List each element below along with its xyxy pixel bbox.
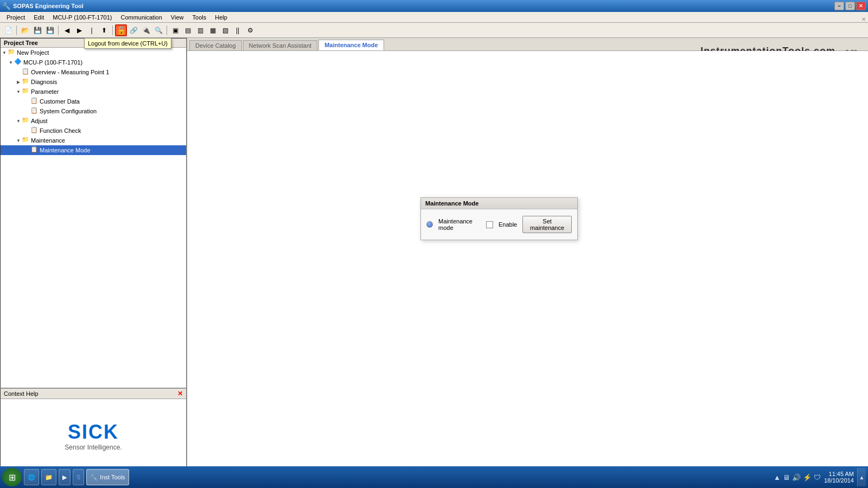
logout-button[interactable]: 🔓 (115, 24, 127, 36)
save-all-button[interactable]: 💾 (44, 24, 56, 36)
ie-icon: 🌐 (28, 474, 35, 481)
minimize-button[interactable]: − (834, 2, 844, 10)
tab-network-scan[interactable]: Network Scan Assistant (243, 40, 318, 50)
tree-parameter[interactable]: ▼ 📁 Parameter (1, 87, 186, 97)
customer-icon: 📋 (30, 97, 39, 106)
tray-icon-1: ▲ (774, 473, 781, 481)
sysconfig-icon: 📋 (30, 107, 39, 115)
separator-btn[interactable]: | (86, 24, 98, 36)
new-button[interactable]: 📄 (2, 24, 14, 36)
menu-communication[interactable]: Communication (116, 13, 166, 22)
taskbar-media-button[interactable]: ▶ (59, 469, 71, 485)
layout4-button[interactable]: ▦ (207, 24, 219, 36)
tray-security-icon: 🛡 (814, 473, 821, 481)
taskbar-ie-button[interactable]: 🌐 (24, 469, 39, 485)
taskbar-blue-button[interactable]: S (73, 469, 84, 485)
taskbar-app-button[interactable]: 🔧 Inst Tools (86, 469, 129, 485)
layout1-button[interactable]: ▣ (169, 24, 181, 36)
toolbar: 📄 📂 💾 💾 ◀ ▶ | ⬆ 🔓 🔗 🔌 🔍 ▣ ▤ ▥ ▦ ▧ || ⚙ L… (0, 23, 868, 38)
parameter-expand: ▼ (16, 89, 21, 94)
adjust-expand: ▼ (16, 119, 21, 124)
clock-time: 11:45 AM (824, 471, 854, 477)
save-button[interactable]: 💾 (31, 24, 43, 36)
context-help-title: Context Help (4, 390, 39, 397)
main-layout: Project Tree ▼ 📁 New Project ▼ 🔷 MCU-P (… (0, 38, 868, 475)
start-button[interactable]: ⊞ (2, 468, 22, 486)
upload-button[interactable]: ⬆ (98, 24, 110, 36)
search-button[interactable]: 🔍 (152, 24, 164, 36)
menu-tools[interactable]: Tools (188, 13, 211, 22)
menu-view[interactable]: View (167, 13, 188, 22)
maintenance-radio[interactable] (426, 221, 433, 228)
adjust-icon: 📁 (21, 117, 30, 125)
open-button[interactable]: 📂 (19, 24, 31, 36)
tree-customer-data[interactable]: 📋 Customer Data (1, 97, 186, 106)
tray-network-icon: 🖥 (783, 473, 790, 481)
tree-device[interactable]: ▼ 🔷 MCU-P (100-FT-1701) (1, 57, 186, 67)
context-help-header: Context Help ✕ (1, 389, 186, 399)
overview-label: Overview - Measuring Point 1 (31, 69, 109, 75)
close-button[interactable]: ✕ (856, 2, 866, 10)
app-taskbar-icon: 🔧 (90, 474, 98, 481)
set-maintenance-button[interactable]: Set maintenance (522, 216, 572, 233)
enable-checkbox[interactable] (486, 221, 493, 228)
diagnosis-icon: 📁 (21, 78, 30, 86)
layout2-button[interactable]: ▤ (182, 24, 194, 36)
maintenance-panel-title: Maintenance Mode (421, 198, 577, 209)
tree-function-check[interactable]: 📋 Function Check (1, 126, 186, 136)
layout3-button[interactable]: ▥ (194, 24, 206, 36)
sick-tagline: Sensor Intelligence. (65, 444, 122, 451)
media-icon: ▶ (62, 474, 67, 481)
context-help-panel: Context Help ✕ SICK Sensor Intelligence. (0, 388, 187, 475)
tree-maintenance-mode[interactable]: 📋 Maintenance Mode (1, 145, 186, 155)
tree-diagnosis[interactable]: ▶ 📁 Diagnosis (1, 77, 186, 87)
tab-device-catalog[interactable]: Device Catalog (189, 40, 242, 50)
layout5-button[interactable]: ▧ (219, 24, 231, 36)
menu-help[interactable]: Help (210, 13, 232, 22)
tree-maintenance[interactable]: ▼ 📁 Maintenance (1, 136, 186, 145)
sep2 (58, 25, 59, 35)
maximize-button[interactable]: □ (845, 2, 855, 10)
tab-maintenance-mode[interactable]: Maintenance Mode (318, 40, 384, 50)
back-button[interactable]: ◀ (61, 24, 73, 36)
context-help-content: SICK Sensor Intelligence. (1, 399, 186, 473)
title-bar-text: SOPAS Engineering Tool (13, 3, 84, 9)
connect-button[interactable]: 🔗 (127, 24, 139, 36)
maintenance-mode-panel: Maintenance Mode Maintenance mode Enable… (420, 197, 578, 240)
customer-label: Customer Data (40, 98, 80, 105)
adjust-label: Adjust (31, 118, 48, 124)
funccheck-label: Function Check (40, 127, 81, 134)
maintmode-label: Maintenance Mode (40, 147, 91, 153)
separator-small: || (232, 24, 244, 36)
tree-root[interactable]: ▼ 📁 New Project (1, 48, 186, 57)
menu-edit[interactable]: Edit (29, 13, 48, 22)
menu-project[interactable]: Project (2, 13, 29, 22)
menu-device[interactable]: MCU-P (100-FT-1701) (48, 13, 116, 22)
forward-button[interactable]: ▶ (73, 24, 85, 36)
clock-area: 11:45 AM 18/10/2014 (824, 471, 854, 484)
tray-sound-icon: 🔊 (792, 473, 801, 481)
maintmode-icon: 📋 (30, 146, 39, 155)
app-icon: 🔧 (2, 2, 11, 10)
blue-icon: S (76, 474, 80, 480)
right-panel: Device Catalog Network Scan Assistant Ma… (187, 38, 868, 475)
tree-system-config[interactable]: 📋 System Configuration (1, 106, 186, 116)
sick-logo: SICK (68, 421, 119, 444)
app-taskbar-label: Inst Tools (100, 474, 125, 480)
tree-adjust[interactable]: ▼ 📁 Adjust (1, 116, 186, 126)
context-help-close-button[interactable]: ✕ (177, 390, 183, 397)
maintenance-panel-body: Maintenance mode Enable Set maintenance (421, 209, 577, 240)
taskbar-right: ▲ 🖥 🔊 ⚡ 🛡 11:45 AM 18/10/2014 ▲ (774, 468, 866, 486)
extra-button[interactable]: ⚙ (244, 24, 256, 36)
tree-overview[interactable]: 📋 Overview - Measuring Point 1 (1, 67, 186, 77)
notification-button[interactable]: ▲ (857, 468, 866, 486)
sep1 (16, 25, 17, 35)
taskbar-folder-button[interactable]: 📁 (41, 469, 56, 485)
disconnect-button[interactable]: 🔌 (140, 24, 152, 36)
folder-icon: 📁 (45, 474, 53, 481)
maintenance-field-label: Maintenance mode (438, 218, 481, 231)
sysconfig-label: System Configuration (40, 108, 97, 114)
clock-date: 18/10/2014 (824, 477, 854, 484)
funccheck-icon: 📋 (30, 126, 39, 135)
tab-close-button[interactable]: ✕ (861, 16, 866, 22)
